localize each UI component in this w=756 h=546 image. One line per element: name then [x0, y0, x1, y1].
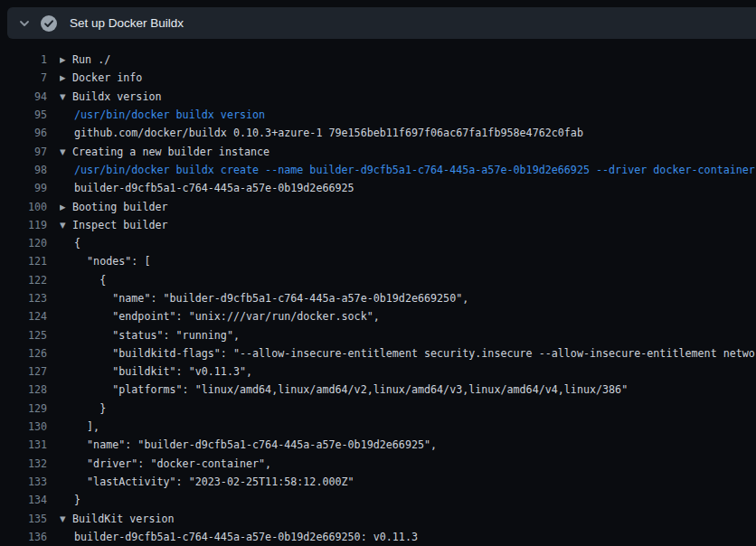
group-expanded-icon[interactable]: ▼ — [60, 92, 72, 101]
line-number[interactable]: 131 — [0, 438, 47, 451]
output-text: } — [60, 402, 106, 415]
log-line-135[interactable]: 135▼BuildKit version — [0, 509, 756, 527]
log-line-120: 120{ — [0, 234, 756, 252]
line-number[interactable]: 134 — [0, 494, 47, 506]
step-title: Set up Docker Buildx — [70, 16, 184, 30]
group-header[interactable]: ▶Docker info — [60, 71, 142, 84]
log-line-97[interactable]: 97▼Creating a new builder instance — [0, 142, 756, 160]
output-text: "name": "builder-d9cfb5a1-c764-445a-a57e… — [60, 292, 468, 305]
line-number[interactable]: 121 — [0, 255, 47, 268]
line-number[interactable]: 1 — [0, 53, 47, 66]
group-title: Creating a new builder instance — [72, 146, 269, 158]
output-text: ], — [60, 420, 99, 433]
line-number[interactable]: 136 — [0, 531, 47, 543]
output-text: "driver": "docker-container", — [60, 457, 271, 470]
line-number[interactable]: 132 — [0, 457, 47, 470]
line-number[interactable]: 96 — [0, 127, 47, 139]
group-expanded-icon[interactable]: ▼ — [60, 514, 72, 523]
command-text: /usr/bin/docker buildx create --name bui… — [60, 164, 755, 176]
line-number[interactable]: 127 — [0, 365, 47, 378]
line-number[interactable]: 126 — [0, 347, 47, 360]
line-number[interactable]: 94 — [0, 90, 47, 103]
log-line-132: 132 "driver": "docker-container", — [0, 455, 756, 473]
line-number[interactable]: 95 — [0, 108, 47, 121]
line-number[interactable]: 119 — [0, 219, 47, 231]
line-number[interactable]: 7 — [0, 71, 47, 84]
log-line-99: 99builder-d9cfb5a1-c764-445a-a57e-0b19d2… — [0, 179, 756, 197]
group-expanded-icon[interactable]: ▼ — [60, 221, 72, 230]
group-collapsed-icon[interactable]: ▶ — [60, 55, 72, 64]
log-line-1[interactable]: 1▶Run ./ — [0, 51, 756, 69]
log-line-98: 98/usr/bin/docker buildx create --name b… — [0, 161, 756, 179]
line-number[interactable]: 125 — [0, 329, 47, 342]
line-number[interactable]: 120 — [0, 237, 47, 249]
group-header[interactable]: ▶Run ./ — [60, 53, 110, 66]
group-title: Booting builder — [72, 201, 168, 213]
output-text: builder-d9cfb5a1-c764-445a-a57e-0b19d2e6… — [60, 531, 418, 543]
output-text: "buildkit": "v0.11.3", — [60, 365, 252, 378]
group-header[interactable]: ▼Creating a new builder instance — [60, 146, 269, 158]
group-title: Buildx version — [72, 90, 162, 103]
line-number[interactable]: 97 — [0, 146, 47, 158]
line-number[interactable]: 130 — [0, 420, 47, 433]
line-number[interactable]: 100 — [0, 201, 47, 213]
log-area: 1▶Run ./7▶Docker info94▼Buildx version95… — [0, 51, 756, 546]
output-text: } — [60, 494, 80, 506]
step-header[interactable]: Set up Docker Buildx — [7, 7, 756, 39]
log-line-124: 124 "endpoint": "unix:///var/run/docker.… — [0, 307, 756, 325]
group-collapsed-icon[interactable]: ▶ — [60, 202, 72, 212]
group-header[interactable]: ▼Inspect builder — [60, 219, 168, 231]
output-text: github.com/docker/buildx 0.10.3+azure-1 … — [60, 127, 583, 139]
line-number[interactable]: 128 — [0, 383, 47, 396]
output-text: { — [60, 274, 106, 287]
log-line-133: 133 "lastActivity": "2023-02-25T11:58:12… — [0, 473, 756, 491]
group-title: Docker info — [72, 71, 142, 84]
log-line-127: 127 "buildkit": "v0.11.3", — [0, 362, 756, 381]
line-number[interactable]: 99 — [0, 182, 47, 194]
line-number[interactable]: 124 — [0, 310, 47, 323]
line-number[interactable]: 129 — [0, 402, 47, 415]
log-line-94[interactable]: 94▼Buildx version — [0, 88, 756, 106]
log-line-121: 121 "nodes": [ — [0, 252, 756, 270]
group-title: Run ./ — [72, 53, 110, 66]
output-text: { — [60, 237, 80, 249]
output-text: "nodes": [ — [60, 255, 150, 268]
log-line-96: 96github.com/docker/buildx 0.10.3+azure-… — [0, 124, 756, 142]
log-line-100[interactable]: 100▶Booting builder — [0, 197, 756, 215]
line-number[interactable]: 122 — [0, 274, 47, 287]
output-text: "lastActivity": "2023-02-25T11:58:12.000… — [60, 475, 354, 488]
log-line-129: 129 } — [0, 400, 756, 418]
log-line-131: 131 "name": "builder-d9cfb5a1-c764-445a-… — [0, 436, 756, 454]
line-number[interactable]: 98 — [0, 164, 47, 176]
group-title: Inspect builder — [72, 219, 168, 231]
log-line-95: 95/usr/bin/docker buildx version — [0, 106, 756, 124]
log-line-126: 126 "buildkitd-flags": "--allow-insecure… — [0, 344, 756, 362]
log-line-136: 136builder-d9cfb5a1-c764-445a-a57e-0b19d… — [0, 528, 756, 546]
group-collapsed-icon[interactable]: ▶ — [60, 73, 72, 82]
log-line-123: 123 "name": "builder-d9cfb5a1-c764-445a-… — [0, 289, 756, 307]
group-title: BuildKit version — [72, 513, 175, 525]
line-number[interactable]: 133 — [0, 475, 47, 488]
group-header[interactable]: ▼Buildx version — [60, 90, 162, 103]
output-text: "endpoint": "unix:///var/run/docker.sock… — [60, 310, 380, 323]
command-text: /usr/bin/docker buildx version — [60, 108, 265, 121]
line-number[interactable]: 123 — [0, 292, 47, 305]
line-number[interactable]: 135 — [0, 513, 47, 525]
log-line-130: 130 ], — [0, 418, 756, 436]
output-text: "status": "running", — [60, 329, 240, 342]
log-line-7[interactable]: 7▶Docker info — [0, 69, 756, 87]
output-text: builder-d9cfb5a1-c764-445a-a57e-0b19d2e6… — [60, 182, 354, 194]
output-text: "platforms": "linux/amd64,linux/amd64/v2… — [60, 383, 628, 396]
output-text: "name": "builder-d9cfb5a1-c764-445a-a57e… — [60, 438, 437, 451]
output-text: "buildkitd-flags": "--allow-insecure-ent… — [60, 347, 756, 360]
step-success-check-icon — [40, 14, 58, 33]
log-line-122: 122 { — [0, 271, 756, 289]
chevron-down-icon[interactable] — [17, 16, 32, 31]
log-line-128: 128 "platforms": "linux/amd64,linux/amd6… — [0, 381, 756, 399]
group-expanded-icon[interactable]: ▼ — [60, 147, 72, 156]
log-line-119[interactable]: 119▼Inspect builder — [0, 216, 756, 234]
log-line-134: 134} — [0, 491, 756, 509]
group-header[interactable]: ▼BuildKit version — [60, 513, 175, 525]
group-header[interactable]: ▶Booting builder — [60, 201, 168, 213]
log-line-125: 125 "status": "running", — [0, 325, 756, 344]
